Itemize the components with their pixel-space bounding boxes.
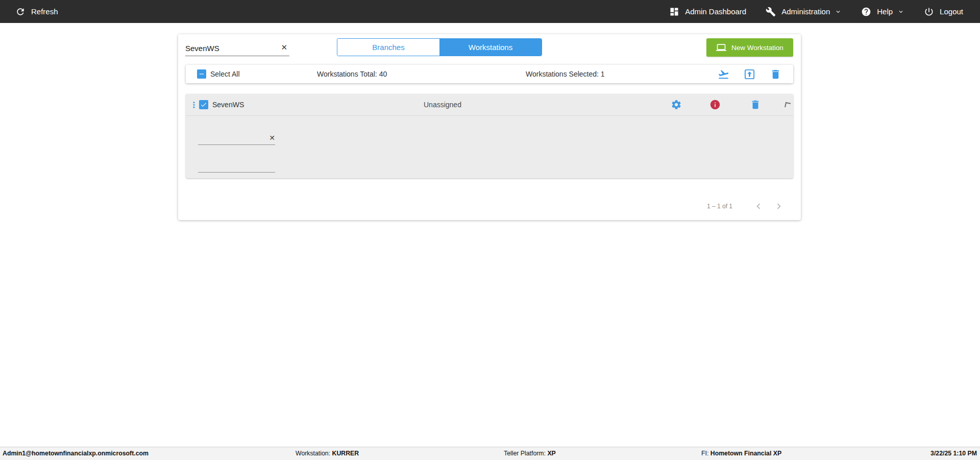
workstations-panel: ✕ Branches Workstations New Workstation … bbox=[178, 34, 801, 220]
select-all-checkbox[interactable] bbox=[197, 69, 206, 79]
search-input[interactable] bbox=[185, 41, 276, 55]
corner-resize-icon[interactable] bbox=[783, 101, 792, 109]
selection-toolbar: Select All Workstations Total: 40 Workst… bbox=[186, 65, 793, 83]
flight-land-icon[interactable] bbox=[718, 68, 729, 80]
chevron-down-icon bbox=[835, 8, 842, 15]
teller-platform-value: XP bbox=[547, 450, 555, 457]
tab-workstations[interactable]: Workstations bbox=[439, 39, 542, 56]
fi-value: Hometown Financial XP bbox=[710, 450, 781, 457]
refresh-icon bbox=[15, 7, 26, 17]
clear-search-icon[interactable]: ✕ bbox=[281, 43, 287, 51]
workstation-status: Workstation: KURRER bbox=[296, 447, 359, 460]
power-icon bbox=[924, 7, 934, 17]
pagination: 1 – 1 of 1 bbox=[707, 201, 785, 212]
workstation-name: SevenWS bbox=[212, 94, 244, 116]
workstation-row: SevenWS Unassigned bbox=[186, 94, 793, 116]
logged-in-user: Admin1@hometownfinancialxp.onmicrosoft.c… bbox=[3, 447, 149, 460]
dashboard-icon bbox=[669, 7, 679, 17]
new-workstation-label: New Workstation bbox=[731, 44, 783, 52]
workstation-card: SevenWS Unassigned ✕ bbox=[186, 94, 793, 178]
help-menu[interactable]: Help bbox=[861, 7, 904, 17]
workstation-field-2 bbox=[198, 154, 275, 173]
logout-label: Logout bbox=[940, 7, 963, 16]
workstation-field-1: ✕ bbox=[198, 127, 275, 145]
refresh-label: Refresh bbox=[31, 7, 58, 16]
upload-icon[interactable] bbox=[744, 68, 755, 80]
workstation-checkbox[interactable] bbox=[199, 100, 208, 109]
refresh-button[interactable]: Refresh bbox=[15, 7, 58, 17]
pagination-range-label: 1 – 1 of 1 bbox=[707, 203, 732, 210]
select-all-label: Select All bbox=[210, 65, 240, 83]
fi-label: FI: bbox=[701, 450, 710, 457]
indeterminate-icon bbox=[198, 70, 205, 78]
chevron-down-icon bbox=[897, 8, 904, 15]
teller-platform-label: Teller Platform: bbox=[504, 450, 547, 457]
previous-page-icon[interactable] bbox=[753, 201, 764, 212]
administration-label: Administration bbox=[781, 7, 830, 16]
next-page-icon[interactable] bbox=[773, 201, 785, 212]
status-bar: Admin1@hometownfinancialxp.onmicrosoft.c… bbox=[0, 447, 980, 460]
info-icon[interactable] bbox=[709, 99, 721, 110]
workstation-status-value: KURRER bbox=[332, 450, 359, 457]
admin-dashboard-button[interactable]: Admin Dashboard bbox=[669, 7, 746, 17]
help-icon bbox=[861, 7, 871, 17]
workstation-assignment: Unassigned bbox=[424, 94, 461, 116]
workstations-selected: Workstations Selected: 1 bbox=[526, 65, 605, 83]
top-bar: Refresh Admin Dashboard Administration H… bbox=[0, 0, 980, 23]
fi-status: FI: Hometown Financial XP bbox=[701, 447, 781, 460]
delete-selected-icon[interactable] bbox=[770, 68, 781, 80]
view-tabs: Branches Workstations bbox=[337, 38, 542, 56]
workstations-total: Workstations Total: 40 bbox=[317, 65, 387, 83]
drag-handle-icon[interactable] bbox=[190, 100, 198, 110]
help-label: Help bbox=[877, 7, 893, 16]
workstation-status-label: Workstation: bbox=[296, 450, 332, 457]
check-icon bbox=[200, 101, 207, 108]
laptop-icon bbox=[716, 42, 726, 53]
workstation-field-2-input[interactable] bbox=[198, 154, 264, 172]
clear-field-icon[interactable]: ✕ bbox=[269, 134, 275, 141]
workstation-field-1-input[interactable] bbox=[198, 127, 264, 144]
wrench-icon bbox=[766, 7, 776, 17]
administration-menu[interactable]: Administration bbox=[766, 7, 842, 17]
logout-button[interactable]: Logout bbox=[924, 7, 963, 17]
admin-dashboard-label: Admin Dashboard bbox=[685, 7, 746, 16]
toolbar-actions bbox=[718, 65, 781, 83]
new-workstation-button[interactable]: New Workstation bbox=[706, 38, 793, 57]
search-field: ✕ bbox=[185, 41, 289, 56]
datetime-display: 3/22/25 1:10 PM bbox=[930, 447, 977, 460]
settings-gear-icon[interactable] bbox=[671, 99, 682, 110]
teller-platform-status: Teller Platform: XP bbox=[504, 447, 556, 460]
tab-branches[interactable]: Branches bbox=[337, 39, 439, 56]
delete-workstation-icon[interactable] bbox=[750, 99, 761, 110]
